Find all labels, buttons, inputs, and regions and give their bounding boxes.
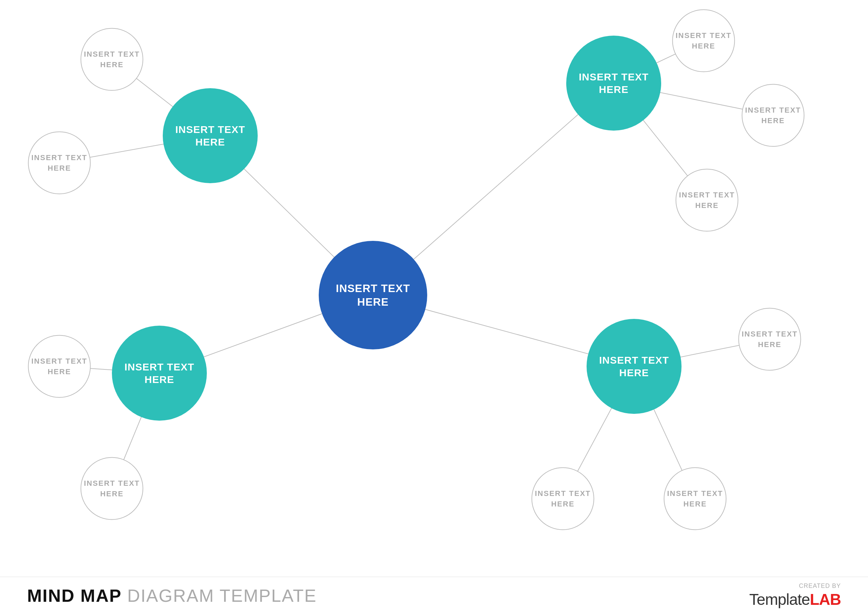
node-p2[interactable]: INSERT TEXT HERE	[566, 36, 661, 131]
node-p4[interactable]: INSERT TEXT HERE	[587, 319, 682, 414]
node-p3[interactable]: INSERT TEXT HERE	[112, 326, 207, 421]
node-s2[interactable]: INSERT TEXT HERE	[28, 132, 91, 194]
node-s6[interactable]: INSERT TEXT HERE	[28, 335, 91, 398]
node-s9[interactable]: INSERT TEXT HERE	[532, 468, 594, 530]
node-text-s5: INSERT TEXT HERE	[676, 190, 738, 211]
node-text-s8: INSERT TEXT HERE	[739, 329, 801, 350]
node-s10[interactable]: INSERT TEXT HERE	[664, 468, 727, 530]
logo-lab: LAB	[810, 591, 841, 608]
node-text-s3: INSERT TEXT HERE	[673, 30, 735, 51]
node-text-center: INSERT TEXT HERE	[319, 281, 427, 309]
node-s5[interactable]: INSERT TEXT HERE	[676, 169, 738, 232]
node-text-s4: INSERT TEXT HERE	[742, 105, 804, 126]
footer-title-light: DIAGRAM TEMPLATE	[127, 586, 317, 606]
node-s1[interactable]: INSERT TEXT HERE	[81, 28, 143, 91]
node-text-p2: INSERT TEXT HERE	[566, 71, 661, 96]
logo-template: Template	[749, 591, 810, 608]
node-center[interactable]: INSERT TEXT HERE	[319, 241, 427, 350]
node-text-s10: INSERT TEXT HERE	[665, 488, 726, 509]
node-text-s9: INSERT TEXT HERE	[532, 488, 594, 509]
node-s7[interactable]: INSERT TEXT HERE	[81, 457, 143, 520]
node-s3[interactable]: INSERT TEXT HERE	[673, 9, 735, 72]
footer-title: MIND MAP DIAGRAM TEMPLATE	[27, 586, 317, 606]
node-text-p3: INSERT TEXT HERE	[112, 361, 207, 386]
footer-title-bold: MIND MAP	[27, 586, 122, 606]
node-text-s6: INSERT TEXT HERE	[29, 356, 90, 377]
node-text-p1: INSERT TEXT HERE	[163, 123, 258, 149]
node-text-p4: INSERT TEXT HERE	[587, 354, 682, 379]
diagram-container: INSERT TEXT HEREINSERT TEXT HEREINSERT T…	[0, 0, 868, 594]
created-by-label: CREATED BY	[799, 583, 841, 589]
node-text-s2: INSERT TEXT HERE	[29, 152, 90, 173]
node-s8[interactable]: INSERT TEXT HERE	[738, 308, 801, 371]
logo-text: TemplateLAB	[749, 590, 841, 609]
node-s4[interactable]: INSERT TEXT HERE	[742, 84, 804, 147]
node-text-s1: INSERT TEXT HERE	[81, 49, 143, 70]
footer: MIND MAP DIAGRAM TEMPLATE CREATED BY Tem…	[0, 577, 868, 614]
footer-logo: CREATED BY TemplateLAB	[749, 583, 841, 609]
node-p1[interactable]: INSERT TEXT HERE	[163, 88, 258, 183]
node-text-s7: INSERT TEXT HERE	[81, 478, 143, 499]
